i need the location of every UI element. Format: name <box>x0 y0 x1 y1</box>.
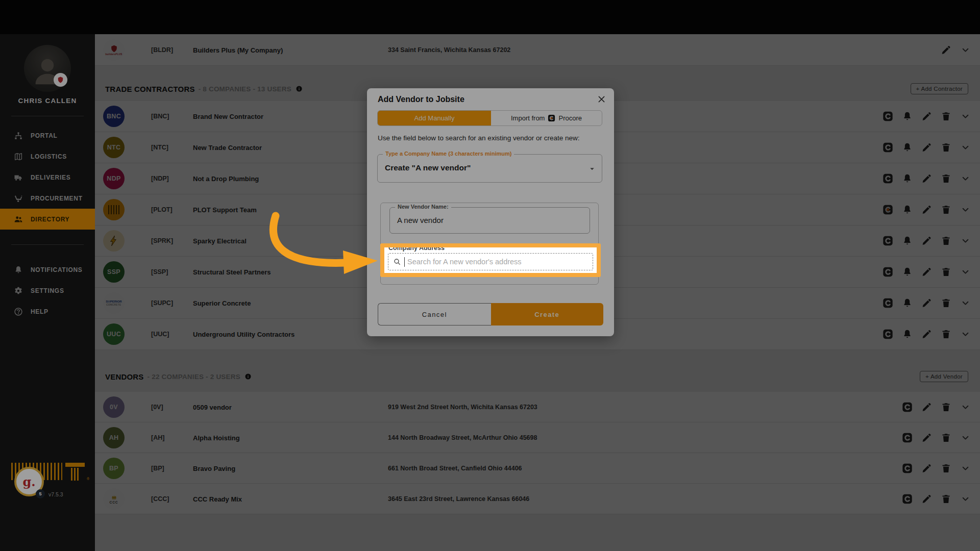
company-address-highlight: Company Address <box>380 243 601 277</box>
company-address-input[interactable] <box>406 257 593 266</box>
text-cursor <box>404 257 405 267</box>
address-search-box <box>388 253 593 270</box>
search-icon <box>393 258 401 266</box>
field-label: Company Address <box>388 244 445 252</box>
